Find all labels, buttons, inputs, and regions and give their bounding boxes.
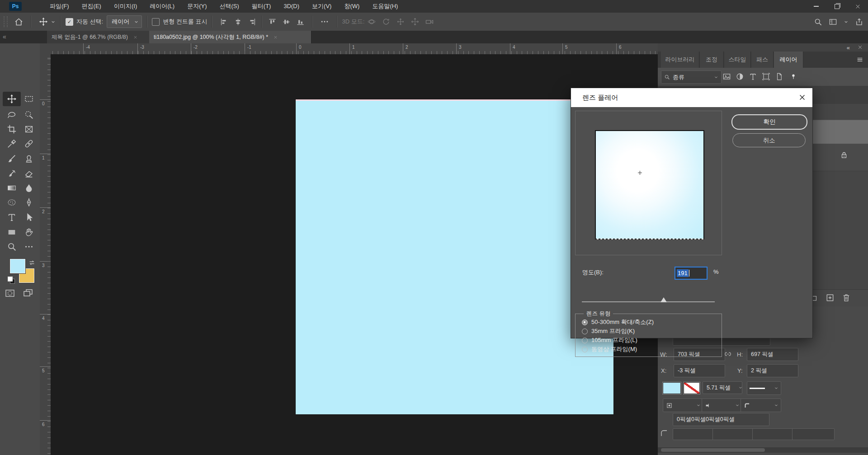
- flare-preview[interactable]: [595, 130, 704, 239]
- collapse-panels-icon[interactable]: «: [847, 44, 850, 51]
- eraser-tool-icon[interactable]: [23, 168, 35, 179]
- home-icon[interactable]: [14, 17, 24, 27]
- quick-selection-tool-icon[interactable]: [23, 109, 35, 121]
- panel-tab-adjustments[interactable]: 조정: [700, 52, 724, 68]
- filter-adjustment-layers-icon[interactable]: [736, 72, 744, 81]
- left-ruler[interactable]: 0 1 2 3 4 5 6: [40, 54, 51, 455]
- align-right-edges-icon[interactable]: [248, 18, 256, 26]
- gradient-tool-icon[interactable]: [6, 182, 18, 194]
- blur-tool-icon[interactable]: [23, 182, 35, 194]
- new-layer-icon[interactable]: [826, 293, 835, 302]
- align-vertical-centers-icon[interactable]: [282, 18, 291, 26]
- document-canvas[interactable]: [296, 99, 613, 414]
- filter-image-layers-icon[interactable]: [722, 72, 731, 81]
- stroke-width-field[interactable]: 5.71 픽셀: [703, 381, 742, 394]
- corner-radius-field-4[interactable]: [792, 428, 835, 440]
- screen-mode-icon[interactable]: [23, 288, 33, 299]
- ok-button[interactable]: 확인: [731, 114, 807, 130]
- filter-toggle-pin-icon[interactable]: [790, 71, 797, 82]
- height-field[interactable]: 697 픽셀: [747, 348, 798, 361]
- chevron-down-icon[interactable]: [51, 19, 56, 24]
- brush-tool-icon[interactable]: [6, 153, 18, 164]
- search-icon[interactable]: [814, 18, 822, 26]
- panel-tab-libraries[interactable]: 라이브러리: [661, 52, 699, 68]
- chevron-down-icon[interactable]: [737, 381, 744, 394]
- cancel-button[interactable]: 취소: [732, 133, 806, 147]
- menu-help[interactable]: 도움말(H): [366, 0, 404, 13]
- corner-radius-field-1[interactable]: [673, 428, 715, 440]
- panel-menu-icon[interactable]: [856, 56, 863, 63]
- close-tab-icon[interactable]: [274, 35, 278, 39]
- eyedropper-tool-icon[interactable]: [6, 138, 18, 150]
- photoshop-logo[interactable]: Ps: [9, 2, 22, 11]
- edit-toolbar-icon[interactable]: [23, 241, 35, 253]
- auto-select-checkbox[interactable]: ✓: [66, 18, 73, 26]
- minimize-button[interactable]: [806, 0, 826, 13]
- workspace-icon[interactable]: [829, 18, 837, 26]
- margins-field[interactable]: 0픽셀0픽셀0픽셀0픽셀: [673, 413, 769, 426]
- shape-tool-icon[interactable]: [6, 226, 18, 238]
- align-top-edges-icon[interactable]: [268, 18, 277, 26]
- hand-tool-icon[interactable]: [23, 226, 35, 238]
- menu-type[interactable]: 문자(Y): [181, 0, 213, 13]
- y-field[interactable]: 2 픽셀: [747, 364, 798, 377]
- marquee-tool-icon[interactable]: [23, 93, 35, 105]
- stroke-cap-dropdown[interactable]: [702, 399, 742, 412]
- stroke-align-dropdown[interactable]: [663, 399, 703, 412]
- flare-center-crosshair-icon[interactable]: [638, 171, 642, 175]
- menu-view[interactable]: 보기(V): [306, 0, 338, 13]
- document-tab-untitled[interactable]: 제목 없음-1 @ 66.7% (RGB/8): [47, 31, 159, 43]
- move-tool-preset-icon[interactable]: [39, 17, 48, 26]
- corner-radius-field-2[interactable]: [712, 428, 755, 440]
- healing-brush-tool-icon[interactable]: [23, 138, 35, 150]
- chevron-down-icon[interactable]: [844, 19, 849, 24]
- restore-button[interactable]: [826, 0, 847, 13]
- menu-select[interactable]: 선택(S): [213, 0, 245, 13]
- layer-filter-dropdown[interactable]: 종류: [661, 70, 722, 84]
- menu-filter[interactable]: 필터(T): [245, 0, 278, 13]
- zoom-tool-icon[interactable]: [6, 241, 18, 253]
- crop-tool-icon[interactable]: [6, 123, 18, 135]
- close-button[interactable]: [847, 0, 868, 13]
- filter-shape-layers-icon[interactable]: [762, 72, 770, 81]
- menu-image[interactable]: 이미지(I): [108, 0, 143, 13]
- delete-layer-icon[interactable]: [842, 293, 851, 302]
- more-options-icon[interactable]: [320, 17, 329, 26]
- lens-type-option-1[interactable]: 50-300mm 확대/축소(Z): [582, 318, 654, 327]
- quick-mask-icon[interactable]: [5, 288, 15, 299]
- brightness-slider-thumb[interactable]: [660, 297, 667, 302]
- move-tool-icon[interactable]: [6, 93, 18, 105]
- menu-layer[interactable]: 레이어(L): [143, 0, 181, 13]
- link-dimensions-icon[interactable]: [723, 350, 732, 359]
- auto-select-dropdown[interactable]: 레이어: [107, 15, 142, 28]
- lens-type-option-4[interactable]: 동영상 프라임(M): [582, 345, 637, 354]
- dialog-close-icon[interactable]: [798, 94, 806, 101]
- align-bottom-edges-icon[interactable]: [296, 18, 305, 26]
- menu-3d[interactable]: 3D(D): [277, 0, 306, 13]
- menu-edit[interactable]: 편집(E): [75, 0, 108, 13]
- close-panel-icon[interactable]: [858, 45, 863, 50]
- dialog-title-bar[interactable]: 렌즈 플레어: [571, 88, 812, 107]
- brightness-input[interactable]: 191: [675, 267, 708, 280]
- filter-type-layers-icon[interactable]: [749, 72, 757, 81]
- swap-colors-icon[interactable]: [28, 259, 36, 267]
- clone-stamp-tool-icon[interactable]: [23, 153, 35, 164]
- lens-type-option-3[interactable]: 105mm 프라임(L): [582, 336, 637, 345]
- foreground-color-swatch[interactable]: [10, 259, 25, 273]
- panel-tab-styles[interactable]: 스타일: [724, 52, 751, 68]
- slice-tool-icon[interactable]: [23, 123, 35, 135]
- filter-smart-objects-icon[interactable]: [775, 72, 783, 81]
- close-tab-icon[interactable]: [133, 35, 137, 39]
- x-field[interactable]: -3 픽셀: [674, 364, 725, 377]
- top-ruler[interactable]: -4 -3 -2 -1 0 1 2 3 4 5 6: [51, 43, 658, 55]
- pen-tool-icon[interactable]: [23, 197, 35, 208]
- collapse-toolbar-icon[interactable]: «: [3, 33, 6, 40]
- panel-tab-paths[interactable]: 패스: [751, 52, 774, 68]
- align-horizontal-centers-icon[interactable]: [234, 18, 242, 26]
- align-left-edges-icon[interactable]: [220, 18, 228, 26]
- stroke-corner-dropdown[interactable]: [741, 399, 781, 412]
- stroke-color-swatch[interactable]: [684, 382, 700, 394]
- share-icon[interactable]: [855, 18, 863, 26]
- stroke-type-dropdown[interactable]: [747, 381, 781, 395]
- type-tool-icon[interactable]: [6, 211, 18, 223]
